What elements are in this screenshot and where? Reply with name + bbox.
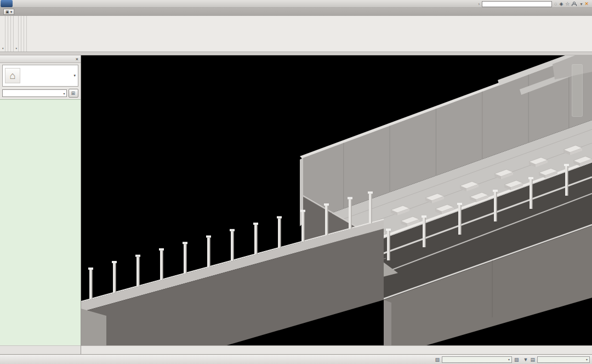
view-type-icon: ⌂ bbox=[5, 68, 20, 83]
search-input[interactable] bbox=[482, 1, 552, 7]
chevron-down-icon: ▾ bbox=[586, 357, 588, 361]
ribbon-display-toggle[interactable]: ▣▾ bbox=[3, 9, 14, 15]
selection-filter-icon[interactable]: ▼ bbox=[523, 357, 528, 362]
favorites-star-icon[interactable]: ☆ bbox=[565, 1, 570, 7]
type-selector[interactable]: ⌂ ▾ bbox=[2, 65, 78, 87]
property-grid bbox=[0, 99, 81, 345]
navigation-bar[interactable] bbox=[572, 64, 583, 117]
close-properties-icon[interactable]: × bbox=[76, 56, 78, 62]
sign-in-person-icon[interactable] bbox=[572, 2, 576, 6]
application-menu-button[interactable] bbox=[1, 0, 13, 7]
panel-dropdown-icon: ▾ bbox=[16, 47, 18, 50]
panel-room-area: ▾ bbox=[14, 16, 19, 52]
chevron-down-icon: ▾ bbox=[73, 73, 76, 78]
title-bar: › ◌ ◈ ☆ ▾ ✕ bbox=[0, 0, 592, 8]
infocenter-expand-icon[interactable]: › bbox=[478, 2, 480, 7]
editable-only-icon[interactable]: ▨ bbox=[514, 357, 519, 362]
panel-work-plane bbox=[24, 16, 27, 52]
status-bar: ▧ ▾ ▨ ▼ ▤ ▾ bbox=[0, 354, 592, 364]
edit-type-button[interactable]: ⊞ bbox=[69, 89, 78, 98]
infocenter-dropdown-icon[interactable]: ▾ bbox=[580, 2, 582, 7]
communication-center-icon[interactable]: ◈ bbox=[559, 1, 563, 7]
ribbon: ▾ ▾ bbox=[0, 16, 592, 52]
chevron-down-icon: ▾ bbox=[508, 357, 510, 361]
design-option-select[interactable]: ▾ bbox=[537, 356, 590, 363]
search-icon[interactable]: ◌ bbox=[554, 1, 557, 7]
instance-selector[interactable]: ▾ bbox=[2, 89, 67, 97]
exchange-apps-icon[interactable]: ✕ bbox=[584, 1, 589, 7]
3d-structure-canvas[interactable] bbox=[81, 55, 592, 345]
view-control-bar bbox=[81, 345, 592, 354]
drawing-area[interactable] bbox=[81, 55, 592, 354]
panel-select: ▾ bbox=[0, 16, 5, 52]
worksets-icon[interactable]: ▧ bbox=[435, 357, 440, 362]
active-workset-select[interactable]: ▾ bbox=[442, 356, 512, 363]
design-options-icon[interactable]: ▤ bbox=[530, 357, 535, 362]
chevron-down-icon: ▾ bbox=[63, 92, 65, 95]
properties-palette: × ⌂ ▾ ▾ ⊞ bbox=[0, 55, 81, 354]
revit-window: › ◌ ◈ ☆ ▾ ✕ ▣▾ ▾ bbox=[0, 0, 592, 364]
edit-type-icon: ⊞ bbox=[71, 90, 75, 96]
ribbon-tab-bar: ▣▾ bbox=[0, 8, 592, 16]
panel-dropdown-icon: ▾ bbox=[2, 47, 4, 50]
infocenter: › ◌ ◈ ☆ ▾ ✕ bbox=[478, 1, 589, 7]
